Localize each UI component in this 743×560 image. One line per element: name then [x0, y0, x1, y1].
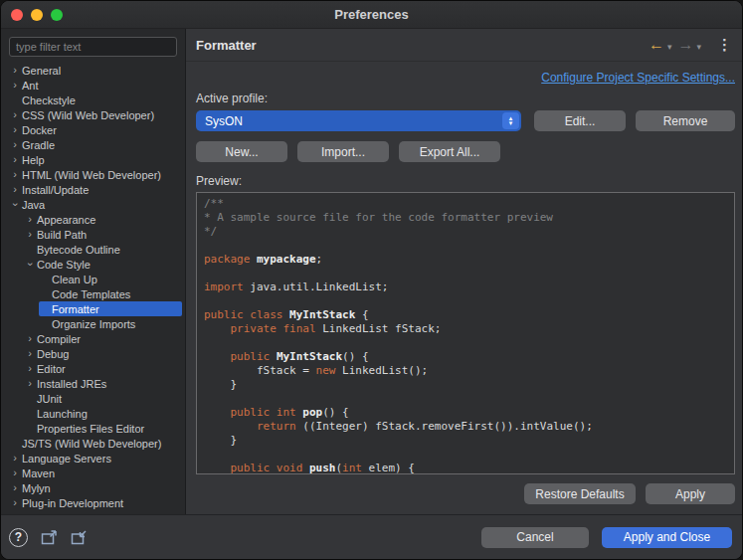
- sidebar-item-formatter[interactable]: Formatter: [39, 301, 182, 316]
- sidebar-item-code-style[interactable]: ›Code Style: [24, 257, 185, 272]
- sidebar-item-junit[interactable]: JUnit: [24, 391, 185, 406]
- preview-label: Preview:: [196, 174, 735, 188]
- titlebar: Preferences: [1, 1, 742, 29]
- chevron-collapsed-icon[interactable]: ›: [24, 363, 36, 374]
- forward-icon[interactable]: →: [677, 37, 693, 53]
- sidebar-item-mylyn[interactable]: ›Mylyn: [9, 480, 185, 495]
- combo-stepper-icon[interactable]: ▲ ▼: [502, 112, 519, 129]
- sidebar-item-label: Editor: [36, 363, 66, 375]
- sidebar-item-label: Code Templates: [51, 288, 130, 300]
- sidebar-item-label: Organize Imports: [51, 318, 135, 330]
- forward-dropdown-icon[interactable]: ▾: [696, 42, 701, 52]
- chevron-collapsed-icon[interactable]: ›: [9, 184, 21, 195]
- apply-and-close-button[interactable]: Apply and Close: [602, 527, 732, 548]
- sidebar-item-js-ts-wild-web-developer[interactable]: JS/TS (Wild Web Developer): [9, 436, 185, 451]
- export-all-button[interactable]: Export All...: [399, 141, 500, 162]
- sidebar-item-compiler[interactable]: ›Compiler: [24, 331, 185, 346]
- sidebar-item-debug[interactable]: ›Debug: [24, 346, 185, 361]
- code-line: public MyIntStack() {: [204, 350, 727, 364]
- sidebar-item-java[interactable]: ›Java: [9, 197, 185, 212]
- sidebar-item-language-servers[interactable]: ›Language Servers: [9, 451, 185, 466]
- chevron-expanded-icon[interactable]: ›: [10, 199, 21, 211]
- sidebar-item-gradle[interactable]: ›Gradle: [9, 137, 185, 152]
- sidebar-item-label: Code Style: [36, 259, 91, 271]
- sidebar-item-organize-imports[interactable]: Organize Imports: [39, 316, 185, 331]
- code-line: [204, 392, 727, 406]
- chevron-collapsed-icon[interactable]: ›: [9, 139, 21, 150]
- sidebar-item-properties-files-editor[interactable]: Properties Files Editor: [24, 421, 185, 436]
- code-preview[interactable]: /*** A sample source file for the code f…: [196, 192, 735, 474]
- back-icon[interactable]: ←: [649, 37, 664, 53]
- sidebar-item-code-templates[interactable]: Code Templates: [39, 286, 185, 301]
- chevron-collapsed-icon[interactable]: ›: [9, 154, 21, 165]
- sidebar-item-label: Docker: [21, 124, 57, 136]
- sidebar-item-label: Mylyn: [21, 482, 51, 494]
- import-preferences-icon[interactable]: [41, 530, 58, 545]
- chevron-collapsed-icon[interactable]: ›: [9, 65, 21, 76]
- sidebar-item-label: Plug-in Development: [21, 497, 123, 509]
- apply-button[interactable]: Apply: [646, 483, 735, 504]
- chevron-collapsed-icon[interactable]: ›: [9, 453, 21, 464]
- filter-input[interactable]: [9, 37, 177, 57]
- sidebar-item-general[interactable]: ›General: [9, 63, 185, 78]
- zoom-window-button[interactable]: [51, 9, 63, 21]
- chevron-collapsed-icon[interactable]: ›: [24, 378, 36, 389]
- chevron-collapsed-icon[interactable]: ›: [24, 214, 36, 225]
- export-preferences-icon[interactable]: [71, 530, 88, 545]
- sidebar: ›General›AntCheckstyle›CSS (Wild Web Dev…: [1, 29, 186, 514]
- sidebar-item-editor[interactable]: ›Editor: [24, 361, 185, 376]
- chevron-expanded-icon[interactable]: ›: [25, 259, 36, 271]
- sidebar-item-build-path[interactable]: ›Build Path: [24, 227, 185, 242]
- view-menu-icon[interactable]: ⋮: [717, 36, 732, 54]
- close-window-button[interactable]: [11, 9, 23, 21]
- sidebar-item-label: Debug: [36, 348, 69, 360]
- help-icon[interactable]: ?: [9, 528, 28, 547]
- sidebar-item-appearance[interactable]: ›Appearance: [24, 212, 185, 227]
- remove-button[interactable]: Remove: [636, 110, 735, 131]
- code-line: * A sample source file for the code form…: [204, 211, 727, 225]
- configure-project-settings-link[interactable]: Configure Project Specific Settings...: [541, 71, 735, 85]
- new-button[interactable]: New...: [196, 141, 287, 162]
- code-line: package mypackage;: [204, 253, 727, 267]
- main-area: ›General›AntCheckstyle›CSS (Wild Web Dev…: [1, 29, 742, 514]
- code-line: private final LinkedList fStack;: [204, 322, 727, 336]
- sidebar-item-launching[interactable]: Launching: [24, 406, 185, 421]
- sidebar-item-checkstyle[interactable]: Checkstyle: [9, 93, 185, 107]
- chevron-collapsed-icon[interactable]: ›: [24, 333, 36, 344]
- chevron-collapsed-icon[interactable]: ›: [9, 169, 21, 180]
- sidebar-item-installed-jres[interactable]: ›Installed JREs: [24, 376, 185, 391]
- code-line: [204, 336, 727, 350]
- sidebar-item-maven[interactable]: ›Maven: [9, 466, 185, 480]
- code-line: return ((Integer) fStack.removeFirst()).…: [204, 420, 727, 434]
- sidebar-item-label: Installed JREs: [36, 378, 106, 390]
- sidebar-item-ant[interactable]: ›Ant: [9, 78, 185, 93]
- edit-button[interactable]: Edit...: [534, 110, 626, 131]
- import-button[interactable]: Import...: [297, 141, 389, 162]
- chevron-collapsed-icon[interactable]: ›: [9, 124, 21, 135]
- chevron-collapsed-icon[interactable]: ›: [9, 80, 21, 91]
- sidebar-item-plug-in-development[interactable]: ›Plug-in Development: [9, 495, 185, 510]
- sidebar-item-html-wild-web-developer[interactable]: ›HTML (Wild Web Developer): [9, 167, 185, 182]
- minimize-window-button[interactable]: [31, 9, 43, 21]
- chevron-collapsed-icon[interactable]: ›: [9, 109, 21, 120]
- cancel-button[interactable]: Cancel: [481, 527, 589, 548]
- code-line: public class MyIntStack {: [204, 308, 727, 322]
- chevron-collapsed-icon[interactable]: ›: [9, 482, 21, 493]
- code-line: }: [204, 434, 727, 448]
- chevron-collapsed-icon[interactable]: ›: [9, 467, 21, 478]
- sidebar-item-css-wild-web-developer[interactable]: ›CSS (Wild Web Developer): [9, 107, 185, 122]
- sidebar-item-label: Formatter: [51, 303, 99, 315]
- sidebar-item-clean-up[interactable]: Clean Up: [39, 272, 185, 286]
- sidebar-item-install-update[interactable]: ›Install/Update: [9, 182, 185, 197]
- sidebar-item-help[interactable]: ›Help: [9, 152, 185, 167]
- sidebar-item-docker[interactable]: ›Docker: [9, 122, 185, 137]
- active-profile-select[interactable]: SysON ▲ ▼: [196, 110, 521, 131]
- restore-defaults-button[interactable]: Restore Defaults: [524, 483, 636, 504]
- chevron-collapsed-icon[interactable]: ›: [24, 348, 36, 359]
- chevron-collapsed-icon[interactable]: ›: [24, 229, 36, 240]
- chevron-collapsed-icon[interactable]: ›: [9, 497, 21, 508]
- sidebar-item-bytecode-outline[interactable]: Bytecode Outline: [24, 242, 185, 257]
- back-dropdown-icon[interactable]: ▾: [667, 42, 672, 52]
- content-pane: Formatter ← ▾ → ▾ ⋮ Configure Project Sp…: [186, 29, 742, 514]
- preferences-tree: ›General›AntCheckstyle›CSS (Wild Web Dev…: [1, 61, 185, 514]
